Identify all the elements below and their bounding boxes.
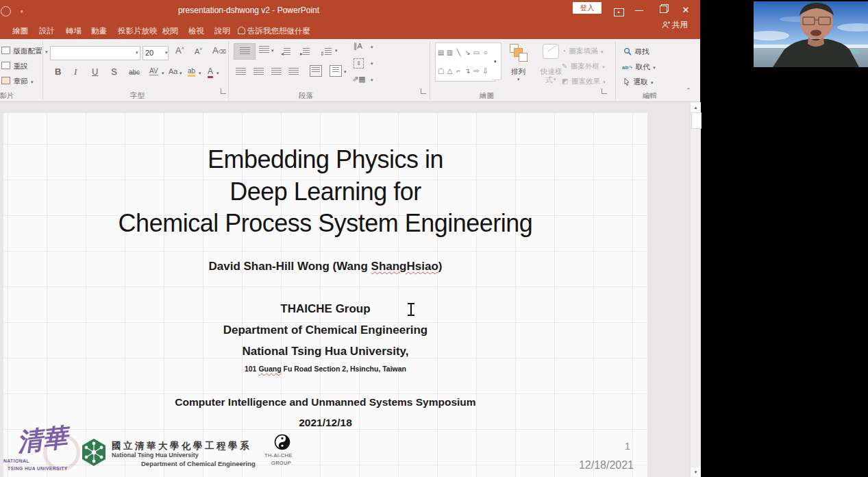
signin-button[interactable]: 登入	[573, 2, 602, 14]
change-case-button[interactable]: Aa	[169, 67, 177, 75]
department-logo[interactable]: 國立清華大學化學工程學系 National Tsing Hua Universi…	[79, 435, 250, 473]
decrease-indent-button[interactable]: ◂	[281, 46, 290, 58]
address-line[interactable]: 101 Guang Fu Road Section 2, Hsinchu, Ta…	[3, 365, 647, 373]
shapes-gallery-more-button[interactable]: ▾	[493, 42, 501, 80]
replace-button[interactable]: ab↷ 取代 ▾	[622, 60, 656, 72]
oval-shape-icon[interactable]: ○	[481, 44, 490, 61]
thaiche-logo[interactable]: TH-AI-CHE GROUP	[260, 432, 301, 474]
slide-canvas[interactable]: Embedding Physics in Deep Learning for C…	[3, 113, 647, 477]
numbering-button[interactable]	[259, 46, 269, 53]
down-arrow-shape-icon[interactable]: ⇩	[481, 62, 490, 80]
elbow-connector-shape-icon[interactable]: ⌐	[454, 62, 463, 80]
add-remove-columns-button[interactable]	[330, 65, 342, 77]
add-remove-columns-icon	[332, 67, 339, 73]
columns-button[interactable]	[310, 65, 322, 77]
strikethrough-button[interactable]: abc	[129, 69, 140, 76]
arrow-line-shape-icon[interactable]: ↘	[463, 44, 472, 61]
font-size-caret-icon[interactable]: ▾	[165, 50, 168, 56]
character-spacing-button[interactable]: AV	[149, 67, 158, 75]
close-button[interactable]: ✕	[677, 3, 695, 18]
character-spacing-caret-icon[interactable]: ▾	[162, 71, 164, 76]
shape-effects-button[interactable]: ◩ 圖案效果 ▾	[562, 74, 606, 86]
tab-design[interactable]: 設計	[39, 26, 55, 36]
align-text-caret-icon[interactable]: ▾	[371, 61, 373, 66]
group-line[interactable]: THAICHE Group	[3, 302, 647, 316]
justify-button[interactable]	[288, 68, 299, 75]
minimize-button[interactable]: —	[630, 3, 648, 18]
text-direction-caret-icon[interactable]: ▾	[371, 45, 373, 50]
symposium-date-line[interactable]: 2021/12/18	[3, 417, 647, 429]
arrange-button[interactable]: 排列 ▾	[506, 42, 534, 86]
scroll-down-button[interactable]: ▼	[691, 467, 701, 477]
font-color-button[interactable]: A	[208, 66, 213, 78]
tab-help[interactable]: 說明	[214, 26, 230, 36]
department-line[interactable]: Department of Chemical Engineering	[3, 323, 647, 337]
tab-slideshow[interactable]: 投影片放映	[118, 26, 158, 36]
highlight-caret-icon[interactable]: ▾	[199, 71, 201, 76]
find-button[interactable]: 尋找	[623, 45, 649, 57]
font-name-combo[interactable]	[50, 46, 140, 60]
vertical-textbox-shape-icon[interactable]: ▥	[445, 44, 454, 61]
section-button[interactable]: 章節 ▾	[1, 74, 33, 86]
bold-button[interactable]: B	[55, 66, 61, 77]
align-center-button[interactable]	[253, 68, 264, 75]
tab-animations[interactable]: 動畫	[91, 26, 107, 36]
font-dialog-launcher[interactable]	[221, 88, 226, 94]
tab-review[interactable]: 校閱	[162, 26, 178, 36]
select-button[interactable]: 選取 ▾	[623, 75, 653, 87]
convert-smartart-button[interactable]: ⇗▦	[352, 75, 366, 84]
grow-font-button[interactable]: A˄	[175, 45, 184, 56]
bullets-button[interactable]	[234, 43, 256, 60]
line-spacing-caret-icon[interactable]: ▾	[335, 48, 338, 53]
slide-title-textbox[interactable]: Embedding Physics in Deep Learning for C…	[3, 144, 647, 240]
align-right-button[interactable]	[271, 68, 282, 75]
reset-button[interactable]: 重設	[1, 59, 27, 71]
university-line[interactable]: National Tsing Hua University,	[3, 345, 647, 358]
underline-button[interactable]: U	[92, 66, 98, 77]
textbox-shape-icon[interactable]: ▤	[436, 44, 445, 61]
rectangle-shape-icon[interactable]: ▭	[472, 44, 481, 61]
increase-indent-button[interactable]: ▸	[300, 46, 310, 58]
line-shape-icon[interactable]: ╲	[454, 44, 463, 61]
author-line[interactable]: David Shan-Hill Wong (Wang ShangHsiao)	[3, 260, 647, 273]
change-case-caret-icon[interactable]: ▾	[179, 71, 182, 76]
symposium-line[interactable]: Computer Intelligence and Unmanned Syste…	[3, 396, 647, 408]
ribbon-display-options-button[interactable]: ▴	[610, 3, 628, 18]
highlight-color-button[interactable]: ab	[188, 67, 195, 77]
collapse-ribbon-button[interactable]: ⌃	[686, 87, 691, 94]
editing-group-label: 編輯	[643, 91, 657, 101]
clear-formatting-button[interactable]: A⌫	[212, 45, 226, 56]
shrink-font-button[interactable]: A˅	[195, 47, 202, 56]
font-name-caret-icon[interactable]: ▾	[136, 50, 138, 56]
scrollbar-thumb[interactable]	[691, 112, 702, 129]
restore-button[interactable]	[654, 3, 672, 18]
numbering-caret-icon[interactable]: ▾	[271, 48, 274, 53]
paragraph-dialog-launcher[interactable]	[421, 88, 426, 94]
italic-button[interactable]: I	[74, 66, 77, 77]
font-color-caret-icon[interactable]: ▾	[216, 71, 219, 76]
tab-draw[interactable]: 繪圖	[12, 26, 28, 36]
smartart-caret-icon[interactable]: ▾	[371, 77, 373, 83]
share-button[interactable]: 共用	[672, 20, 688, 30]
shape-fill-button[interactable]: ◔ 圖案填滿 ▾	[562, 44, 603, 56]
tellme-box[interactable]: 告訴我您想做什麼	[247, 26, 310, 36]
vertical-scrollbar[interactable]: ▲ ▼	[690, 102, 701, 477]
elbow-arrow-shape-icon[interactable]: ↴	[463, 62, 472, 80]
align-text-button[interactable]: ⇕	[354, 58, 364, 69]
drawing-dialog-launcher[interactable]	[602, 88, 607, 94]
triangle-shape-icon[interactable]: △	[445, 62, 454, 80]
nthu-logo[interactable]: 清華 NATIONAL TSING HUA UNIVERSITY	[3, 427, 79, 477]
text-direction-button[interactable]: ∥A	[354, 42, 362, 51]
right-arrow-shape-icon[interactable]: ⇨	[472, 62, 481, 80]
tab-view[interactable]: 檢視	[188, 26, 204, 36]
text-shadow-button[interactable]: S	[111, 66, 117, 77]
columns-caret-icon[interactable]: ▾	[344, 69, 347, 75]
rounded-rectangle-shape-icon[interactable]: ▢	[436, 62, 445, 80]
layout-button[interactable]: 版面配置 ▾	[1, 44, 47, 56]
line-spacing-button[interactable]: ⇕	[320, 46, 332, 58]
quick-access-toolbar-caret-icon[interactable]: ▾	[21, 9, 23, 14]
scroll-up-button[interactable]: ▲	[691, 103, 701, 112]
shape-outline-button[interactable]: ✎ 圖案外框 ▾	[562, 59, 605, 71]
tab-transitions[interactable]: 轉場	[66, 26, 82, 36]
align-left-button[interactable]	[236, 68, 246, 75]
